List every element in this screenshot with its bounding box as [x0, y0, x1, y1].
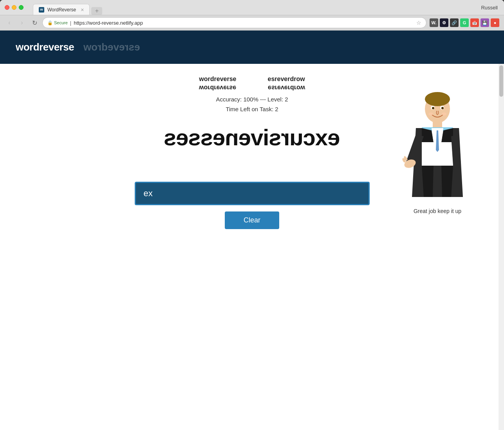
- word-upside-reversed-1: esreverdrow: [268, 84, 305, 91]
- tab-bar: W WordReverse × +: [33, 0, 102, 15]
- secure-badge: 🔒 Secure: [47, 20, 68, 25]
- toolbar: ‹ › ↻ 🔒 Secure | https://word-reverse.ne…: [0, 15, 504, 31]
- refresh-button[interactable]: ↻: [30, 18, 39, 27]
- answer-input[interactable]: [135, 182, 370, 205]
- ext-save-icon[interactable]: 💾: [481, 18, 489, 27]
- title-bar: W WordReverse × + Russell: [0, 0, 504, 15]
- time-left: Time Left on Task: 2: [226, 106, 278, 112]
- ext-w-icon[interactable]: W.: [430, 18, 438, 27]
- app-header: wordreverse esrevedrow: [0, 31, 504, 64]
- big-reversed-word: excursivenesses: [164, 124, 340, 150]
- extension-icons: W. ⚙ 🔗 G 📅 💾 ●: [430, 18, 499, 27]
- page-content: wordreverse esrevedrow wordreverse wordr…: [0, 31, 504, 430]
- address-bar[interactable]: 🔒 Secure | https://word-reverse.netlify.…: [42, 17, 426, 28]
- ext-red-icon[interactable]: ●: [491, 18, 499, 27]
- tab-title: WordReverse: [47, 7, 76, 13]
- svg-point-9: [428, 112, 433, 116]
- user-name: Russell: [481, 5, 498, 11]
- ext-green-icon[interactable]: G: [460, 18, 469, 27]
- tab-close-button[interactable]: ×: [81, 7, 84, 13]
- bookmark-icon[interactable]: ☆: [416, 20, 421, 26]
- svg-point-1: [425, 92, 450, 106]
- svg-point-8: [441, 107, 444, 109]
- url-separator: |: [70, 20, 71, 26]
- browser-window: W WordReverse × + Russell ‹ › ↻ 🔒 Secure…: [0, 0, 504, 430]
- word-upside-1: wordreverse: [199, 84, 236, 91]
- tab-favicon: W: [39, 7, 44, 13]
- secure-text: Secure: [54, 20, 68, 25]
- svg-point-10: [442, 112, 446, 116]
- svg-point-7: [432, 107, 434, 109]
- app-title: wordreverse: [16, 41, 74, 53]
- input-section: Clear: [135, 182, 370, 229]
- ext-calendar-icon[interactable]: 📅: [470, 18, 479, 27]
- word-col-right: esreverdrow esreverdrow: [268, 76, 305, 91]
- close-window-button[interactable]: [5, 5, 9, 10]
- minimize-window-button[interactable]: [12, 5, 16, 10]
- svg-rect-2: [433, 122, 442, 128]
- character-svg: [402, 87, 473, 205]
- address-text: https://word-reverse.netlify.app: [74, 20, 414, 26]
- scrollbar-thumb[interactable]: [499, 65, 503, 97]
- ext-grid-icon[interactable]: ⚙: [440, 18, 448, 27]
- word-normal-1: wordreverse: [199, 76, 236, 83]
- word-pairs: wordreverse wordreverse esreverdrow esre…: [199, 76, 305, 91]
- app-title-mirror: esrevedrow: [83, 41, 140, 53]
- word-col-left: wordreverse wordreverse: [199, 76, 236, 91]
- forward-button[interactable]: ›: [17, 18, 27, 27]
- lock-icon: 🔒: [47, 20, 53, 25]
- word-reversed-1: esreverdrow: [268, 76, 305, 83]
- ext-link-icon[interactable]: 🔗: [450, 18, 459, 27]
- accuracy-level: Accuracy: 100% --- Level: 2: [216, 96, 288, 103]
- scrollbar[interactable]: [499, 64, 504, 430]
- traffic-lights: [5, 5, 23, 10]
- new-tab-button[interactable]: +: [91, 7, 102, 15]
- motivational-section: Great job keep it up: [402, 87, 473, 214]
- main-content: wordreverse wordreverse esreverdrow esre…: [0, 64, 504, 430]
- active-tab[interactable]: W WordReverse ×: [33, 4, 90, 15]
- maximize-window-button[interactable]: [19, 5, 23, 10]
- clear-button[interactable]: Clear: [225, 211, 279, 229]
- back-button[interactable]: ‹: [5, 18, 14, 27]
- motivational-text: Great job keep it up: [414, 208, 461, 214]
